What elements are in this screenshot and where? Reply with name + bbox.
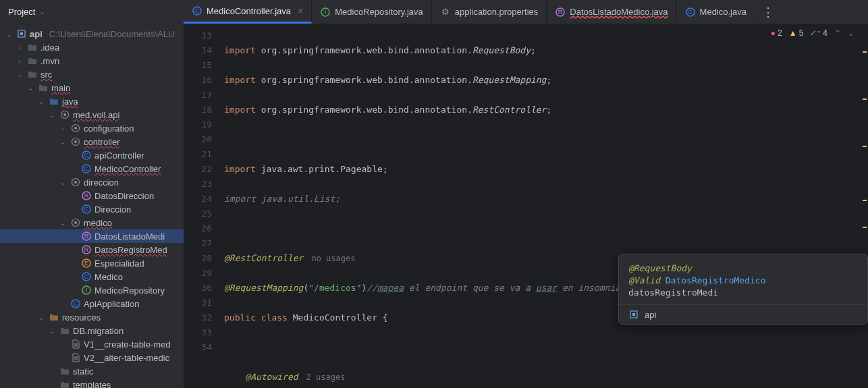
chevron-down-icon[interactable]: ⌄ [36,98,46,105]
chevron-right-icon[interactable]: › [15,57,24,65]
line-number[interactable]: 33 [184,325,224,340]
warning-marker[interactable] [863,200,867,201]
line-number[interactable]: 25 [184,206,224,221]
tree-item[interactable]: ⌄controller [0,135,184,148]
record-icon: R [81,231,92,242]
line-number[interactable]: 29 [184,266,224,281]
popup-annotation: @RequestBody [628,263,692,273]
tree-item[interactable]: ›configuration [0,121,184,135]
tab-medico-controller[interactable]: C MedicoController.java × [184,0,312,24]
warning-marker[interactable] [863,51,867,53]
line-number[interactable]: 14 [184,43,224,58]
tree-item[interactable]: ⌄main [0,81,184,94]
tree-item[interactable]: ›V2__alter-table-medic [0,351,184,364]
interface-icon: I [81,285,92,296]
svg-point-11 [63,113,66,116]
tree-item-label: api [30,29,43,39]
tree-item[interactable]: ›V1__create-table-med [0,337,184,351]
tree-item[interactable]: ›CMedicoController [0,162,184,175]
tree-item-label: resources [62,312,101,323]
chevron-down-icon[interactable]: ⌄ [47,327,57,335]
tree-item[interactable]: ⌄med.voll.api [0,108,184,121]
tree-item[interactable]: ⌄java [0,94,184,108]
tree-item[interactable]: ›IMedicoRepository [0,283,184,297]
project-tool-label[interactable]: Project ⌄ [0,0,184,24]
chevron-down-icon[interactable]: ⌄ [26,84,35,92]
chevron-down-icon[interactable]: ⌄ [15,71,24,78]
line-number[interactable]: 24 [184,192,224,206]
tree-item[interactable]: ⌄DB.migration [0,324,184,337]
tree-item[interactable]: ›RDatosListadoMedi [0,229,184,243]
tree-item-label: configuration [84,123,134,134]
line-number[interactable]: 28 [184,251,224,266]
svg-text:I: I [86,287,88,294]
class-icon: C [81,163,92,174]
tree-item[interactable]: ›.idea [0,40,184,54]
line-number[interactable]: 32 [184,310,224,325]
tree-item[interactable]: ›templates [0,378,184,388]
line-number[interactable]: 26 [184,221,224,236]
enum-icon: E [81,258,92,269]
tree-item[interactable]: ›RDatosDireccion [0,189,184,202]
chevron-down-icon[interactable]: ⌄ [58,219,67,227]
code-area[interactable]: import org.springframework.web.bind.anno… [224,24,868,388]
interface-icon: I [320,7,331,18]
line-number[interactable]: 13 [184,28,224,43]
tree-item[interactable]: ⌄resources [0,310,184,324]
tabs-more-icon[interactable]: ⋮ [755,0,781,24]
tree-item-label: med.voll.api [73,110,119,120]
chevron-down-icon[interactable]: ⌄ [36,314,46,321]
line-number[interactable]: 34 [184,340,224,355]
tree-item[interactable]: ⌄direccion [0,175,184,189]
tree-item[interactable]: ›CApiApplication [0,297,184,310]
tab-medico-repository[interactable]: I MedicoRepository.java [312,0,432,24]
chevron-down-icon[interactable]: ⌄ [58,138,67,146]
package-icon [70,136,81,147]
tree-item[interactable]: ›.mvn [0,54,184,67]
line-number[interactable]: 20 [184,132,224,147]
warning-marker[interactable] [863,227,867,228]
line-number[interactable]: 15 [184,58,224,73]
project-tree[interactable]: ⌄apiC:\Users\Elena\Documents\ALU›.idea›.… [0,24,184,388]
chevron-down-icon[interactable]: ⌄ [4,30,13,38]
chevron-right-icon[interactable]: › [58,125,67,132]
close-icon[interactable]: × [298,5,303,16]
tree-item[interactable]: ›CDireccion [0,202,184,216]
svg-point-21 [74,181,77,184]
line-number[interactable]: 30 [184,281,224,296]
line-number[interactable]: 16 [184,73,224,88]
line-number[interactable]: 22 [184,162,224,177]
tab-datos-listado[interactable]: R DatosListadoMedico.java [547,0,676,24]
line-gutter[interactable]: 1314151617181920212223242526272829303132… [184,24,224,388]
tree-item-label: DatosRegistroMed [94,245,167,255]
tree-item-label: medico [84,218,112,228]
line-number[interactable]: 31 [184,296,224,310]
line-number[interactable]: 27 [184,236,224,251]
svg-text:C: C [688,9,693,16]
warning-marker[interactable] [863,99,867,100]
warning-marker[interactable] [863,146,867,147]
chevron-right-icon[interactable]: › [15,44,24,51]
tree-item[interactable]: ›CapiController [0,148,184,162]
tree-item[interactable]: ›EEspecialidad [0,256,184,270]
tree-item[interactable]: ›static [0,364,184,378]
line-number[interactable]: 17 [184,88,224,103]
tab-application-properties[interactable]: ⚙ application.properties [432,0,547,24]
chevron-down-icon[interactable]: ⌄ [47,111,57,119]
tree-item[interactable]: ⌄medico [0,216,184,229]
line-number[interactable]: 23 [184,177,224,192]
tree-item[interactable]: ›RDatosRegistroMed [0,243,184,256]
tree-item[interactable]: ⌄apiC:\Users\Elena\Documents\ALU [0,27,184,40]
code-editor[interactable]: ●2 ▲5 ✓⁼4 ⌃ ⌄ 13141516171819202122232425… [184,24,868,388]
line-number[interactable]: 18 [184,103,224,117]
line-number[interactable]: 21 [184,147,224,162]
svg-text:E: E [84,260,88,267]
folder-icon [27,42,38,53]
tab-medico[interactable]: C Medico.java [677,0,755,24]
tree-item[interactable]: ⌄src [0,67,184,81]
tree-item[interactable]: ›CMedico [0,270,184,283]
chevron-down-icon[interactable]: ⌄ [58,179,67,186]
error-stripe[interactable] [861,24,868,388]
folder-icon [59,366,70,377]
line-number[interactable]: 19 [184,117,224,132]
